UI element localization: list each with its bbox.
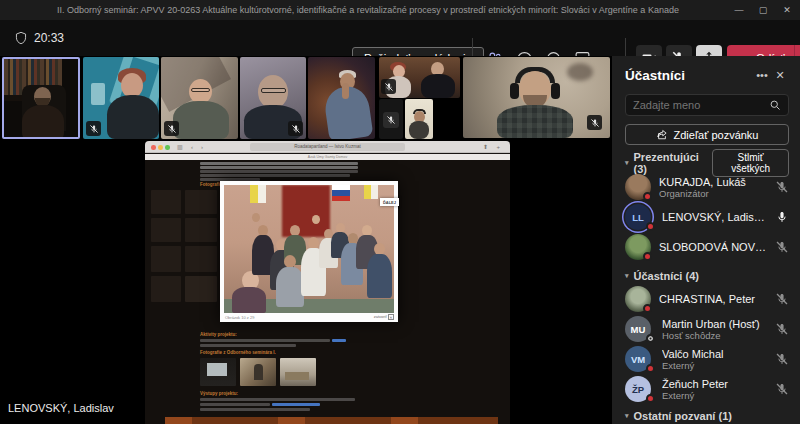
dimmed-thumbnail — [185, 246, 217, 272]
muted-mic-icon — [383, 112, 399, 128]
new-tab-icon[interactable]: + — [496, 143, 500, 151]
section-attendees: ▾ Účastníci (4) — [625, 269, 789, 283]
dimmed-thumbnail — [151, 190, 181, 214]
presence-busy-dot — [646, 394, 655, 403]
page-text-line — [200, 162, 358, 165]
video-tile-audio-only[interactable] — [379, 99, 403, 139]
dimmed-thumbnail — [185, 218, 217, 242]
participant-search — [625, 94, 789, 116]
muted-mic-icon — [775, 240, 789, 254]
heading-seminar-photos: Fotografie z Odborného seminára I. — [200, 350, 276, 355]
chevron-down-icon[interactable]: ▾ — [625, 159, 629, 167]
flag — [364, 185, 378, 199]
page-text-line — [200, 174, 350, 177]
video-tile-two-people[interactable] — [379, 57, 460, 98]
dimmed-thumbnail — [151, 246, 181, 272]
presence-busy-dot — [643, 252, 652, 261]
lightbox-close-button[interactable]: zatvoriť✕ — [374, 314, 394, 320]
muted-mic-icon — [775, 180, 789, 194]
flag — [250, 185, 266, 203]
lightbox-next-button[interactable]: ĎALEJ — [380, 198, 399, 206]
video-tile-man-glasses[interactable] — [161, 57, 238, 139]
seminar-thumbnail-1[interactable] — [200, 358, 236, 386]
toolbar-divider — [625, 38, 626, 58]
participants-header: Účastníci ••• ✕ — [625, 66, 789, 84]
doi-link[interactable] — [272, 403, 320, 406]
mac-zoom-button[interactable] — [165, 145, 170, 150]
dimmed-thumbnail — [185, 190, 217, 214]
mute-all-button[interactable]: Stlmiť všetkých — [712, 149, 789, 177]
shared-screen-browser-window: ▥ ‹ › Roadatapartland — Istvo Kuzmat ⬆ +… — [145, 141, 510, 424]
page-text-line — [200, 166, 358, 169]
chevron-down-icon[interactable]: ▾ — [625, 412, 629, 420]
share-invite-button[interactable]: Zdieľať pozvánku — [625, 124, 789, 145]
glasses — [191, 88, 210, 92]
window-titlebar: II. Odborný seminár: APVV 20-0263 Aktuál… — [0, 0, 800, 20]
participant-row[interactable]: LL LENOVSKÝ, Ladislav — [625, 203, 789, 231]
mac-close-button[interactable] — [151, 145, 156, 150]
window-title: II. Odborný seminár: APVV 20-0263 Aktuál… — [0, 0, 736, 20]
video-tile-man-headphones-small[interactable] — [405, 99, 433, 139]
seminar-thumbnail-2[interactable] — [240, 358, 276, 386]
mac-minimize-button[interactable] — [158, 145, 163, 150]
presence-busy-dot — [643, 192, 652, 201]
participant-row[interactable]: VM Valčo MichalExterný — [625, 345, 789, 373]
teams-meeting-window: II. Odborný seminár: APVV 20-0263 Aktuál… — [0, 0, 800, 424]
avatar — [625, 234, 651, 260]
participant-row[interactable]: SLOBODOVÁ NOVÁKOVÁ, Kat... — [625, 233, 789, 261]
avatar — [625, 174, 651, 200]
participants-panel: Účastníci ••• ✕ Zdieľať pozvánku ▾ Preze… — [612, 56, 800, 424]
video-tile-speaker-bookshelf[interactable] — [2, 57, 80, 139]
close-x-icon: ✕ — [388, 314, 394, 320]
forward-icon[interactable]: › — [201, 143, 203, 151]
address-bar[interactable]: Roadatapartland — Istvo Kuzmat — [250, 143, 405, 151]
participant-row[interactable]: MU Martin Urban (Hosť)Hosť schôdze — [625, 315, 789, 343]
participant-row[interactable]: CHRASTINA, Peter — [625, 285, 789, 313]
chevron-down-icon[interactable]: ▾ — [625, 272, 629, 280]
presence-busy-dot — [646, 222, 655, 231]
participant-row[interactable]: KURAJDA, LukášOrganizátor — [625, 173, 789, 201]
seminar-thumbnail-3[interactable] — [280, 358, 316, 386]
muted-mic-icon — [381, 79, 396, 94]
browser-chrome: ▥ ‹ › Roadatapartland — Istvo Kuzmat ⬆ + — [145, 141, 510, 153]
window-close-button[interactable]: ✕ — [776, 0, 798, 20]
video-tile-gray-haired-man[interactable] — [308, 57, 375, 139]
toolbar-divider — [472, 38, 473, 58]
panel-more-button[interactable]: ••• — [753, 69, 771, 81]
meeting-timer: 20:33 — [34, 31, 64, 45]
dimmed-thumbnail — [151, 218, 181, 242]
presence-busy-dot — [643, 304, 652, 313]
search-icon — [769, 99, 781, 111]
muted-mic-icon — [775, 322, 789, 336]
video-tile-bald-man-headphones[interactable] — [463, 57, 610, 138]
page-text-line — [200, 170, 358, 173]
heading-outputs: Výstupy projektu: — [200, 391, 238, 396]
photo-lightbox: ĎALEJ Obrázok 10 z 29 zatvoriť✕ — [220, 181, 398, 322]
muted-mic-icon — [288, 121, 303, 136]
participant-search-input[interactable] — [633, 99, 769, 111]
active-mic-icon — [775, 210, 789, 224]
muted-mic-icon — [775, 382, 789, 396]
presenter-name-label: LENOVSKÝ, Ladislav — [8, 402, 114, 414]
dimmed-thumbnail — [185, 276, 217, 302]
glasses — [261, 88, 286, 93]
panel-close-button[interactable]: ✕ — [771, 69, 789, 82]
dimmed-thumbnail — [151, 276, 181, 302]
window-minimize-button[interactable]: — — [728, 0, 750, 20]
participant-row[interactable]: ŽP Žeňuch PeterExterný — [625, 375, 789, 403]
video-tile-man-closeup[interactable] — [240, 57, 306, 139]
share-invite-icon — [656, 129, 668, 141]
back-icon[interactable]: ‹ — [191, 143, 193, 151]
video-tile-woman-teal[interactable] — [83, 57, 159, 139]
participants-title: Účastníci — [625, 68, 753, 83]
lightbox-caption: Obrázok 10 z 29 — [225, 315, 254, 320]
page-link[interactable] — [332, 339, 346, 342]
group-selfie-photo — [224, 185, 394, 313]
meeting-security-shield-icon — [14, 31, 28, 45]
page-footer-bar — [165, 417, 498, 424]
sidebar-icon[interactable]: ▥ — [177, 143, 183, 151]
share-page-icon[interactable]: ⬆ — [483, 143, 488, 151]
window-maximize-button[interactable]: ▢ — [752, 0, 774, 20]
webpage-content: Fotografie z terénneho výskumu — [145, 160, 510, 424]
section-presenters: ▾ Prezentujúci (3) Stlmiť všetkých — [625, 154, 789, 171]
